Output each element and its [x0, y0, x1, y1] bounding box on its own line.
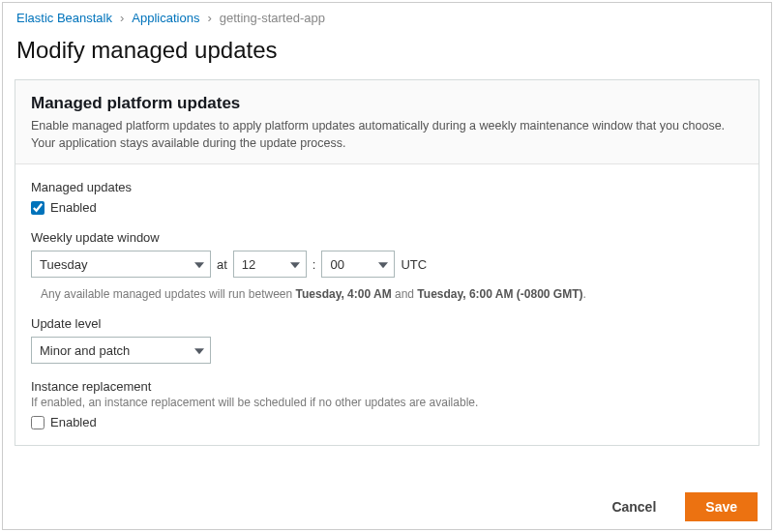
breadcrumb: Elastic Beanstalk › Applications › getti… — [15, 3, 759, 31]
save-button[interactable]: Save — [685, 492, 758, 521]
instance-replacement-label: Instance replacement — [31, 379, 743, 394]
panel-header: Managed platform updates Enable managed … — [15, 80, 759, 164]
instance-replacement-field: Instance replacement If enabled, an inst… — [31, 379, 743, 429]
breadcrumb-current: getting-started-app — [220, 11, 325, 25]
caret-down-icon — [378, 262, 388, 268]
page-frame: Elastic Beanstalk › Applications › getti… — [2, 2, 772, 530]
colon-label: : — [313, 257, 316, 272]
update-level-value: Minor and patch — [40, 343, 130, 358]
weekly-hour-select[interactable]: 12 — [233, 251, 307, 278]
weekly-minute-select[interactable]: 00 — [321, 251, 395, 278]
managed-updates-checkbox-label: Enabled — [50, 200, 97, 215]
timezone-label: UTC — [401, 257, 427, 272]
caret-down-icon — [194, 348, 204, 354]
managed-updates-checkbox-row[interactable]: Enabled — [31, 200, 743, 215]
instance-replacement-checkbox-label: Enabled — [50, 415, 97, 429]
managed-updates-label: Managed updates — [31, 180, 743, 194]
at-label: at — [217, 257, 227, 272]
instance-replacement-checkbox-row[interactable]: Enabled — [31, 415, 743, 429]
caret-down-icon — [290, 262, 300, 268]
weekly-minute-value: 00 — [330, 257, 343, 272]
update-level-label: Update level — [31, 316, 743, 331]
page-title: Modify managed updates — [15, 31, 759, 79]
weekly-window-row: Tuesday at 12 : 00 UTC — [31, 251, 743, 278]
breadcrumb-root-link[interactable]: Elastic Beanstalk — [16, 11, 112, 25]
section-description: Enable managed platform updates to apply… — [31, 117, 743, 152]
managed-updates-panel: Managed platform updates Enable managed … — [15, 79, 759, 446]
instance-replacement-description: If enabled, an instance replacement will… — [31, 396, 743, 409]
weekly-window-label: Weekly update window — [31, 230, 743, 245]
breadcrumb-applications-link[interactable]: Applications — [132, 11, 199, 25]
weekly-window-helper: Any available managed updates will run b… — [41, 287, 743, 301]
chevron-right-icon: › — [120, 11, 124, 25]
weekly-day-select[interactable]: Tuesday — [31, 251, 211, 278]
panel-body: Managed updates Enabled Weekly update wi… — [15, 164, 759, 445]
managed-updates-checkbox[interactable] — [31, 201, 45, 215]
managed-updates-field: Managed updates Enabled — [31, 180, 743, 215]
section-title: Managed platform updates — [31, 94, 743, 113]
update-level-field: Update level Minor and patch — [31, 316, 743, 364]
weekly-hour-value: 12 — [242, 257, 255, 272]
chevron-right-icon: › — [207, 11, 211, 25]
update-level-select[interactable]: Minor and patch — [31, 337, 211, 364]
instance-replacement-checkbox[interactable] — [31, 416, 45, 429]
footer-actions: Cancel Save — [602, 492, 758, 521]
caret-down-icon — [194, 262, 204, 268]
weekly-day-value: Tuesday — [40, 257, 87, 272]
weekly-window-field: Weekly update window Tuesday at 12 : 00 — [31, 230, 743, 301]
cancel-button[interactable]: Cancel — [602, 493, 666, 520]
